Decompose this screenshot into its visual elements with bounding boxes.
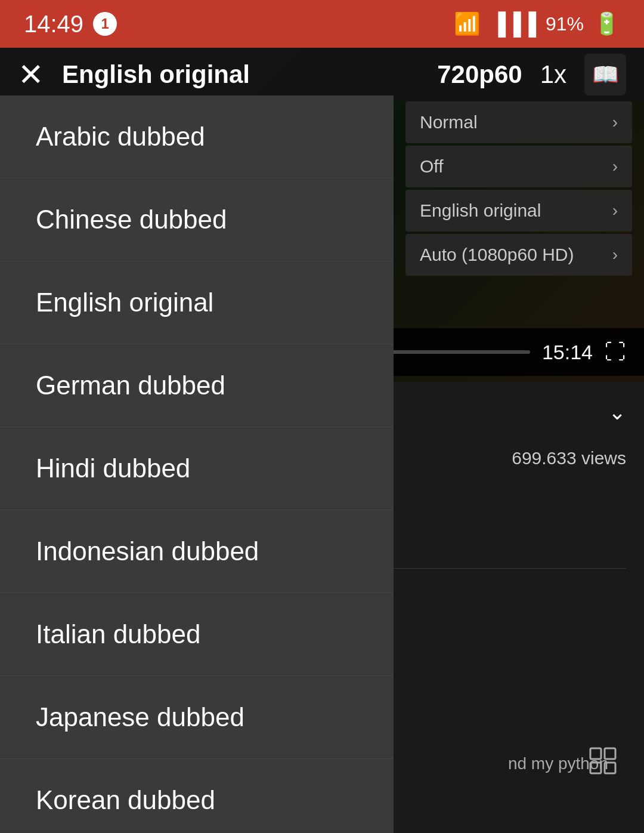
settings-quality[interactable]: Auto (1080p60 HD) › bbox=[405, 234, 632, 276]
settings-quality-label: Auto (1080p60 HD) bbox=[420, 245, 574, 265]
captions-button[interactable]: 📖 bbox=[584, 54, 626, 95]
chevron-right-icon: › bbox=[612, 113, 618, 132]
player-speed: 1x bbox=[540, 60, 566, 89]
fullscreen-button[interactable]: ⛶ bbox=[605, 340, 626, 365]
language-option-0[interactable]: Arabic dubbed bbox=[0, 95, 394, 178]
language-option-2[interactable]: English original bbox=[0, 261, 394, 344]
notification-badge: 1 bbox=[93, 12, 117, 36]
settings-speed[interactable]: Normal › bbox=[405, 101, 632, 143]
svg-rect-0 bbox=[590, 748, 601, 759]
book-icon: 📖 bbox=[592, 62, 619, 87]
svg-rect-2 bbox=[590, 763, 601, 773]
svg-rect-3 bbox=[605, 763, 615, 773]
settings-subtitles-label: Off bbox=[420, 156, 443, 177]
svg-rect-1 bbox=[605, 748, 615, 759]
battery-icon: 🔋 bbox=[593, 11, 620, 36]
language-option-7[interactable]: Japanese dubbed bbox=[0, 676, 394, 759]
chevron-right-icon-2: › bbox=[612, 157, 618, 176]
player-language-title: English original bbox=[62, 60, 419, 89]
language-option-1[interactable]: Chinese dubbed bbox=[0, 178, 394, 261]
settings-audio[interactable]: English original › bbox=[405, 190, 632, 232]
player-header: ✕ English original 720p60 1x 📖 bbox=[0, 48, 644, 101]
grid-icon[interactable] bbox=[589, 747, 620, 785]
settings-audio-label: English original bbox=[420, 200, 541, 221]
status-bar: 14:49 1 📶 ▐▐▐ 91% 🔋 bbox=[0, 0, 644, 48]
language-option-4[interactable]: Hindi dubbed bbox=[0, 427, 394, 510]
language-option-6[interactable]: Italian dubbed bbox=[0, 593, 394, 676]
close-button[interactable]: ✕ bbox=[18, 57, 44, 92]
language-dropdown[interactable]: Arabic dubbedChinese dubbedEnglish origi… bbox=[0, 95, 394, 833]
settings-speed-label: Normal bbox=[420, 112, 478, 132]
signal-icon: ▐▐▐ bbox=[490, 11, 536, 36]
player-quality: 720p60 bbox=[437, 60, 522, 89]
battery-text: 91% bbox=[546, 13, 584, 35]
settings-panel: Normal › Off › English original › Auto (… bbox=[405, 101, 632, 276]
chevron-right-icon-4: › bbox=[612, 245, 618, 264]
language-option-5[interactable]: Indonesian dubbed bbox=[0, 510, 394, 593]
expand-icon[interactable]: ⌄ bbox=[608, 400, 626, 425]
status-time-area: 14:49 1 bbox=[24, 11, 117, 38]
status-icons: 📶 ▐▐▐ 91% 🔋 bbox=[454, 11, 620, 36]
chevron-right-icon-3: › bbox=[612, 201, 618, 220]
language-option-8[interactable]: Korean dubbed bbox=[0, 759, 394, 833]
time-display: 14:49 bbox=[24, 11, 83, 38]
view-count: 699.633 views bbox=[512, 448, 626, 468]
language-option-3[interactable]: German dubbed bbox=[0, 344, 394, 427]
settings-subtitles[interactable]: Off › bbox=[405, 146, 632, 187]
wifi-icon: 📶 bbox=[454, 11, 481, 36]
time-total: 15:14 bbox=[542, 341, 593, 364]
